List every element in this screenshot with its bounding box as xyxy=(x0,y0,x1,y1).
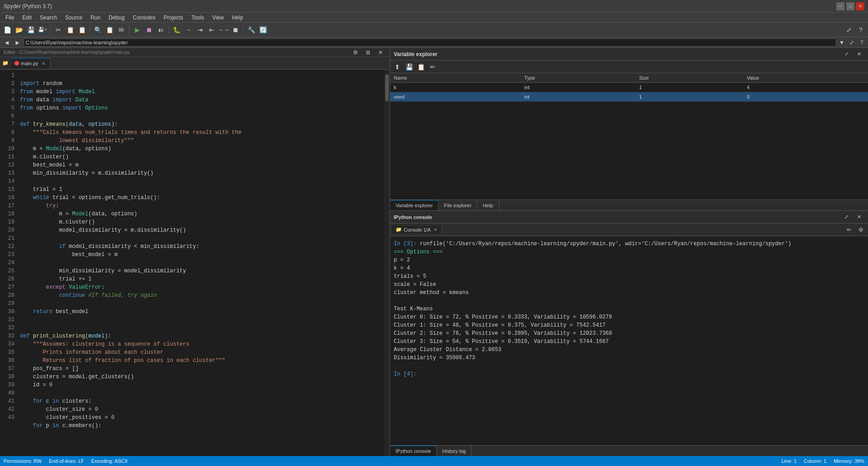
console-line-c2: Cluster 2: Size = 76, % Positive = 0.289… xyxy=(394,329,864,338)
find-button[interactable]: 🔍 xyxy=(92,24,103,35)
menu-edit[interactable]: Edit xyxy=(19,14,35,22)
var-size-seed: 1 xyxy=(635,92,743,102)
console-edit-button[interactable]: ✏ xyxy=(844,224,854,235)
path-input[interactable] xyxy=(24,38,836,47)
console-line-c1: Cluster 1: Size = 48, % Positive = 0.375… xyxy=(394,321,864,329)
menu-bar: File Edit Search Source Run Debug Consol… xyxy=(0,13,868,23)
help-button[interactable]: ? xyxy=(855,24,866,35)
console-line-cluster: cluster method = kmeans xyxy=(394,289,864,297)
step-button[interactable]: → xyxy=(183,24,194,35)
nav-icon-1[interactable]: ⤢ xyxy=(847,38,856,47)
console-folder-icon: 📁 xyxy=(396,227,402,233)
menu-run[interactable]: Run xyxy=(87,14,104,22)
console-output[interactable]: In [3]: runfile('C:/Users/Ryan/repos/mac… xyxy=(390,236,868,445)
toolbar-sep-1 xyxy=(50,25,51,34)
back-button[interactable]: ◄ xyxy=(2,39,12,46)
var-value-k: 4 xyxy=(743,83,868,92)
browse-button[interactable]: ▼ xyxy=(837,38,846,47)
status-column: Column: 1 xyxy=(804,458,826,464)
code-content[interactable]: import random from model import Model fr… xyxy=(18,70,384,456)
save-all-button[interactable]: 💾+ xyxy=(37,24,48,35)
console-expand-button[interactable]: ⤢ xyxy=(841,212,852,223)
code-analysis-button[interactable]: 📋 xyxy=(104,24,115,35)
var-row-seed[interactable]: seed int 1 0 xyxy=(390,92,868,102)
console-line-scale: scale = False xyxy=(394,281,864,289)
var-close-button[interactable]: ✕ xyxy=(854,49,864,60)
preferences-button[interactable]: 🔧 xyxy=(246,24,257,35)
editor-settings-button[interactable]: ⚙ xyxy=(350,47,361,58)
minimize-button[interactable]: ─ xyxy=(836,2,844,10)
save-button[interactable]: 💾 xyxy=(25,24,36,35)
var-expand-button[interactable]: ⤢ xyxy=(841,49,852,60)
stop-debug-button[interactable]: ⏹ xyxy=(230,24,241,35)
paste-button[interactable]: 📋 xyxy=(76,24,87,35)
run-cell-button[interactable]: ⏯ xyxy=(155,24,166,35)
main-toolbar: 📄 📂 💾 💾+ ✂ 📋 📋 🔍 📋 ✉ ▶ ⏹ ⏯ 🐛 → ⇥ ⇤ →→ ⏹ … xyxy=(0,23,868,37)
var-import-button[interactable]: ⬆ xyxy=(392,62,403,72)
console-tab-close[interactable]: ✕ xyxy=(433,227,438,233)
editor-scrollbar[interactable] xyxy=(384,70,390,456)
tab-help[interactable]: Help xyxy=(477,200,499,210)
console-line-trials: trials = 5 xyxy=(394,272,864,281)
menu-view[interactable]: View xyxy=(209,14,228,22)
console-tab-label: Console 1/A xyxy=(404,227,431,233)
editor-tab-main-py[interactable]: main.py ✕ xyxy=(11,58,51,68)
code-editor: 1234 5678 9101112 13141516 17181920 2122… xyxy=(0,70,390,456)
var-explorer-header: Variable explorer ⤢ ✕ xyxy=(390,48,868,61)
maximize-pane-button[interactable]: ⤢ xyxy=(844,24,854,35)
run-config-button[interactable]: ⏹ xyxy=(143,24,154,35)
console-line-run: In [3]: runfile('C:/Users/Ryan/repos/mac… xyxy=(394,240,864,248)
editor-tab-bar: 📁 main.py ✕ xyxy=(0,57,390,70)
editor-float-button[interactable]: ⧉ xyxy=(362,47,373,58)
todo-button[interactable]: ✉ xyxy=(116,24,127,35)
console-title: IPython console xyxy=(394,214,432,220)
maximize-button[interactable]: □ xyxy=(846,2,854,10)
spyder-button[interactable]: 🔄 xyxy=(258,24,268,35)
tab-filename: main.py xyxy=(21,61,38,66)
step-return-button[interactable]: ⇤ xyxy=(206,24,217,35)
forward-button[interactable]: ► xyxy=(13,39,23,46)
toolbar-sep-2 xyxy=(90,25,90,34)
var-copy-button[interactable]: 📋 xyxy=(415,62,426,72)
status-memory: Memory: 39% xyxy=(834,458,864,464)
scroll-thumb[interactable] xyxy=(385,74,389,101)
cut-button[interactable]: ✂ xyxy=(53,24,64,35)
menu-projects[interactable]: Projects xyxy=(160,14,187,22)
menu-source[interactable]: Source xyxy=(62,14,86,22)
close-button[interactable]: ✕ xyxy=(856,2,864,10)
console-line-c0: Cluster 0: Size = 72, % Positive = 0.333… xyxy=(394,313,864,321)
menu-search[interactable]: Search xyxy=(36,14,61,22)
variable-table: Name Type Size Value k int 1 4 xyxy=(390,73,868,200)
menu-tools[interactable]: Tools xyxy=(188,14,208,22)
menu-help[interactable]: Help xyxy=(229,14,247,22)
debug-button[interactable]: 🐛 xyxy=(171,24,182,35)
tab-ipython-console[interactable]: IPython console xyxy=(390,446,437,456)
console-settings-button[interactable]: ⚙ xyxy=(855,224,866,235)
var-edit-button[interactable]: ✏ xyxy=(427,62,438,72)
console-tab-1[interactable]: 📁 Console 1/A ✕ xyxy=(392,226,442,233)
copy-button[interactable]: 📋 xyxy=(65,24,76,35)
var-save-button[interactable]: 💾 xyxy=(404,62,415,72)
step-into-button[interactable]: ⇥ xyxy=(195,24,205,35)
new-file-button[interactable]: 📄 xyxy=(2,24,13,35)
menu-consoles[interactable]: Consoles xyxy=(129,14,159,22)
window-controls: ─ □ ✕ xyxy=(836,2,864,10)
tab-modified-indicator xyxy=(14,61,19,66)
continue-button[interactable]: →→ xyxy=(218,24,229,35)
var-row-k[interactable]: k int 1 4 xyxy=(390,83,868,92)
console-close-button[interactable]: ✕ xyxy=(854,212,864,223)
nav-icon-2[interactable]: ? xyxy=(857,38,866,47)
right-panel: Variable explorer ⤢ ✕ ⬆ 💾 📋 ✏ Name Type xyxy=(390,48,868,456)
editor-close-button[interactable]: ✕ xyxy=(375,47,386,58)
tab-file-explorer[interactable]: File explorer xyxy=(439,200,477,210)
run-button[interactable]: ▶ xyxy=(132,24,143,35)
console-line-dissim: Dissimilarity = 35906.473 xyxy=(394,354,864,362)
open-file-button[interactable]: 📂 xyxy=(14,24,24,35)
editor-tab-folder-icon[interactable]: 📁 xyxy=(0,58,11,69)
menu-file[interactable]: File xyxy=(2,14,18,22)
var-name-k: k xyxy=(390,83,521,92)
menu-debug[interactable]: Debug xyxy=(105,14,128,22)
tab-variable-explorer[interactable]: Variable explorer xyxy=(390,200,439,210)
tab-history-log[interactable]: History log xyxy=(437,446,472,456)
tab-close-button[interactable]: ✕ xyxy=(40,60,47,67)
